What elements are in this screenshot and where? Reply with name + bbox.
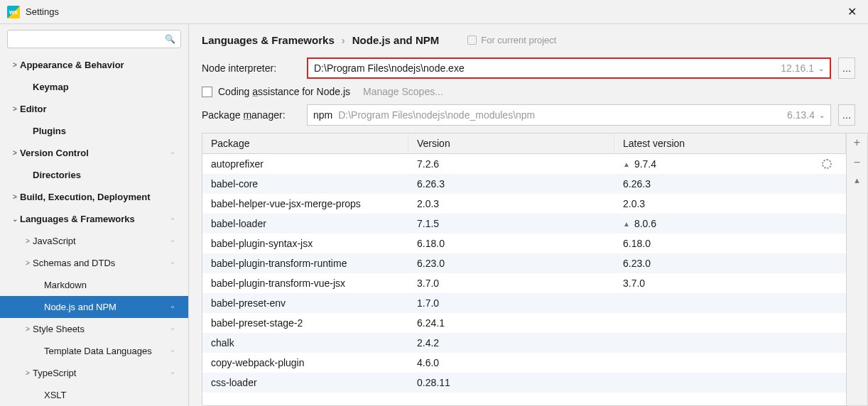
sidebar-item-template-data-languages[interactable]: >Template Data Languages▫ <box>0 340 188 362</box>
upgrade-available-icon: ▲ <box>623 160 630 168</box>
table-row[interactable]: babel-preset-env1.7.0 <box>202 293 846 313</box>
table-row[interactable]: copy-webpack-plugin4.6.0 <box>202 353 846 373</box>
search-icon: 🔍 <box>165 34 175 44</box>
cell-package: babel-preset-env <box>202 297 408 309</box>
cell-version: 6.24.1 <box>408 317 614 329</box>
node-interpreter-browse-button[interactable]: … <box>838 57 855 79</box>
sidebar-item-appearance-behavior[interactable]: >Appearance & Behavior <box>0 54 188 76</box>
table-row[interactable]: babel-plugin-syntax-jsx6.18.06.18.0 <box>202 234 846 253</box>
table-row[interactable]: babel-helper-vue-jsx-merge-props2.0.32.0… <box>202 194 846 214</box>
cell-package: babel-loader <box>202 218 408 229</box>
sidebar-item-schemas-and-dtds[interactable]: >Schemas and DTDs▫ <box>0 252 188 274</box>
node-interpreter-combo[interactable]: D:\Program Files\nodejs\node.exe 12.16.1… <box>307 57 831 79</box>
sidebar-item-label: Build, Execution, Deployment <box>20 192 171 202</box>
tree-arrow-icon: ⌄ <box>10 215 20 223</box>
cell-latest: 6.26.3 <box>614 178 846 190</box>
package-manager-label: Package manager: <box>202 109 300 121</box>
sidebar-item-label: Schemas and DTDs <box>33 258 171 268</box>
sidebar-item-style-sheets[interactable]: >Style Sheets▫ <box>0 318 188 340</box>
sidebar-item-xslt[interactable]: >XSLT <box>0 384 188 406</box>
tree-arrow-icon: > <box>10 149 20 157</box>
main-panel: Languages & Frameworks › Node.js and NPM… <box>189 24 868 406</box>
cell-package: babel-preset-stage-2 <box>202 317 408 329</box>
sidebar-item-plugins[interactable]: >Plugins <box>0 120 188 142</box>
cell-package: css-loader <box>202 377 408 388</box>
coding-assistance-checkbox[interactable] <box>202 87 212 97</box>
for-current-project-label: For current project <box>481 35 556 45</box>
sidebar-item-version-control[interactable]: >Version Control▫ <box>0 142 188 164</box>
tree-arrow-icon: > <box>23 259 33 267</box>
sidebar-item-editor[interactable]: >Editor <box>0 98 188 120</box>
loading-spinner-icon <box>822 159 832 169</box>
add-package-button[interactable]: + <box>854 136 860 149</box>
sidebar-item-languages-frameworks[interactable]: ⌄Languages & Frameworks▫ <box>0 208 188 230</box>
table-row[interactable]: babel-core6.26.36.26.3 <box>202 174 846 194</box>
project-scope-icon: ▫ <box>171 368 181 378</box>
package-manager-name: npm <box>313 109 332 121</box>
coding-assistance-label[interactable]: Coding assistance for Node.js <box>218 86 350 97</box>
sidebar-item-label: Style Sheets <box>33 324 171 334</box>
chevron-down-icon: ⌄ <box>819 111 825 119</box>
table-row[interactable]: babel-plugin-transform-vue-jsx3.7.03.7.0 <box>202 273 846 293</box>
remove-package-button[interactable]: − <box>854 156 860 169</box>
package-manager-combo[interactable]: npm D:\Program Files\nodejs\node_modules… <box>307 104 831 126</box>
tree-arrow-icon: > <box>34 303 44 311</box>
node-interpreter-version: 12.16.1 <box>781 62 814 74</box>
cell-package: babel-plugin-transform-vue-jsx <box>202 278 408 289</box>
col-latest[interactable]: Latest version <box>614 133 846 153</box>
table-row[interactable]: css-loader0.28.11 <box>202 373 846 393</box>
upgrade-package-button[interactable]: ▲ <box>853 176 861 185</box>
project-scope-icon: ▫ <box>171 148 181 158</box>
tree-arrow-icon: > <box>23 237 33 245</box>
project-scope-icon: ▫ <box>171 258 181 268</box>
table-action-bar: + − ▲ <box>847 133 868 406</box>
cell-version: 7.1.5 <box>408 218 614 229</box>
sidebar-item-label: Editor <box>20 104 171 114</box>
package-manager-browse-button[interactable]: … <box>838 104 855 126</box>
table-row[interactable]: chalk2.4.2 <box>202 333 846 353</box>
sidebar-item-label: Plugins <box>33 126 171 136</box>
tree-arrow-icon: > <box>23 325 33 333</box>
cell-version: 6.26.3 <box>408 178 614 190</box>
col-version[interactable]: Version <box>408 133 614 153</box>
search-input[interactable] <box>7 30 181 48</box>
table-row[interactable]: autoprefixer7.2.6▲9.7.4 <box>202 154 846 174</box>
tree-arrow-icon: > <box>23 83 33 91</box>
col-package[interactable]: Package <box>202 133 408 153</box>
cell-latest: ▲8.0.6 <box>614 218 846 229</box>
cell-version: 4.6.0 <box>408 357 614 368</box>
cell-version: 1.7.0 <box>408 297 614 309</box>
project-scope-icon <box>171 82 181 92</box>
table-row[interactable]: babel-plugin-transform-runtime6.23.06.23… <box>202 253 846 273</box>
table-row[interactable]: babel-loader7.1.5▲8.0.6 <box>202 214 846 234</box>
sidebar-item-node-js-and-npm[interactable]: >Node.js and NPM▫ <box>0 296 188 318</box>
sidebar-item-label: Keymap <box>33 82 171 92</box>
cell-version: 7.2.6 <box>408 158 614 170</box>
sidebar-item-build-execution-deployment[interactable]: >Build, Execution, Deployment <box>0 186 188 208</box>
sidebar-item-markdown[interactable]: >Markdown <box>0 274 188 296</box>
manage-scopes-link: Manage Scopes... <box>363 86 443 97</box>
cell-version: 0.28.11 <box>408 377 614 388</box>
for-current-project: For current project <box>467 35 556 45</box>
sidebar-item-javascript[interactable]: >JavaScript▫ <box>0 230 188 252</box>
tree-arrow-icon: > <box>23 127 33 135</box>
sidebar-item-keymap[interactable]: >Keymap <box>0 76 188 98</box>
sidebar-item-label: Template Data Languages <box>44 346 171 356</box>
project-scope-icon <box>467 35 477 45</box>
tree-arrow-icon: > <box>10 61 20 69</box>
close-icon[interactable]: ✕ <box>843 5 861 18</box>
breadcrumb-root[interactable]: Languages & Frameworks <box>202 34 335 46</box>
project-scope-icon <box>171 390 181 400</box>
cell-version: 2.0.3 <box>408 198 614 209</box>
packages-table: Package Version Latest version autoprefi… <box>202 133 847 406</box>
tree-arrow-icon: > <box>34 347 44 355</box>
package-manager-version: 6.13.4 <box>787 109 815 121</box>
settings-sidebar: 🔍 >Appearance & Behavior>Keymap>Editor>P… <box>0 24 189 406</box>
project-scope-icon <box>171 104 181 114</box>
table-row[interactable]: babel-preset-stage-26.24.1 <box>202 313 846 333</box>
sidebar-item-directories[interactable]: >Directories <box>0 164 188 186</box>
sidebar-item-typescript[interactable]: >TypeScript▫ <box>0 362 188 384</box>
node-interpreter-value: D:\Program Files\nodejs\node.exe <box>314 62 781 74</box>
cell-package: babel-plugin-syntax-jsx <box>202 238 408 249</box>
project-scope-icon: ▫ <box>171 324 181 334</box>
